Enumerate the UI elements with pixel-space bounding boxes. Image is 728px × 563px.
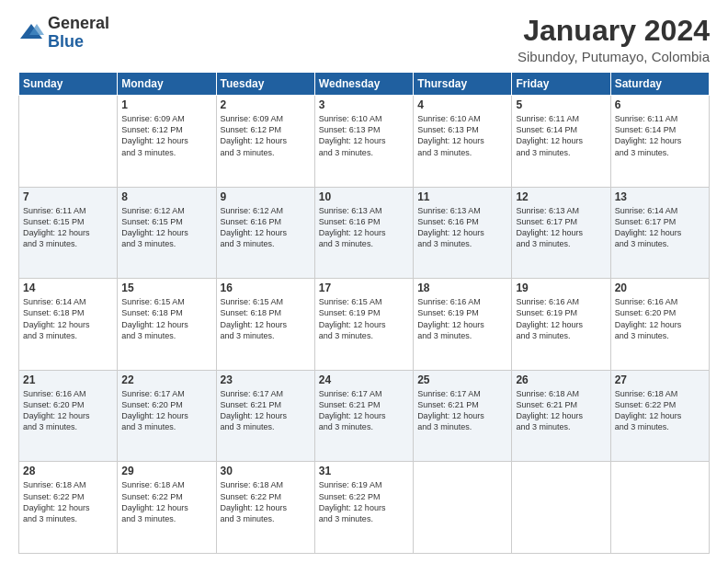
calendar-week-row: 28Sunrise: 6:18 AM Sunset: 6:22 PM Dayli… [19, 462, 710, 554]
day-info: Sunrise: 6:10 AM Sunset: 6:13 PM Dayligh… [417, 113, 507, 158]
calendar-week-row: 1Sunrise: 6:09 AM Sunset: 6:12 PM Daylig… [19, 96, 710, 188]
weekday-header: Sunday [19, 73, 118, 96]
day-number: 17 [319, 282, 409, 294]
calendar-cell: 6Sunrise: 6:11 AM Sunset: 6:14 PM Daylig… [610, 96, 709, 188]
calendar-cell: 11Sunrise: 6:13 AM Sunset: 6:16 PM Dayli… [414, 187, 512, 279]
logo-text: General Blue [48, 15, 109, 52]
calendar-week-row: 14Sunrise: 6:14 AM Sunset: 6:18 PM Dayli… [19, 279, 710, 371]
day-info: Sunrise: 6:14 AM Sunset: 6:18 PM Dayligh… [23, 296, 113, 341]
day-info: Sunrise: 6:12 AM Sunset: 6:16 PM Dayligh… [221, 205, 311, 250]
day-number: 19 [516, 282, 606, 294]
calendar-cell: 10Sunrise: 6:13 AM Sunset: 6:16 PM Dayli… [314, 187, 413, 279]
calendar-cell: 14Sunrise: 6:14 AM Sunset: 6:18 PM Dayli… [19, 279, 118, 371]
calendar-cell: 24Sunrise: 6:17 AM Sunset: 6:21 PM Dayli… [314, 370, 413, 462]
day-number: 29 [121, 465, 211, 477]
day-number: 20 [615, 282, 705, 294]
day-info: Sunrise: 6:15 AM Sunset: 6:18 PM Dayligh… [221, 296, 311, 341]
day-number: 10 [319, 190, 409, 203]
weekday-header: Saturday [610, 73, 709, 96]
title-block: January 2024 Sibundoy, Putumayo, Colombi… [518, 15, 710, 64]
day-number: 22 [121, 373, 211, 386]
day-number: 30 [221, 465, 311, 477]
day-info: Sunrise: 6:16 AM Sunset: 6:19 PM Dayligh… [516, 296, 606, 341]
day-info: Sunrise: 6:13 AM Sunset: 6:16 PM Dayligh… [417, 205, 507, 250]
day-info: Sunrise: 6:09 AM Sunset: 6:12 PM Dayligh… [121, 113, 211, 158]
day-info: Sunrise: 6:16 AM Sunset: 6:20 PM Dayligh… [23, 388, 113, 433]
page: General Blue January 2024 Sibundoy, Putu… [0, 0, 728, 563]
weekday-header: Friday [512, 73, 610, 96]
day-info: Sunrise: 6:17 AM Sunset: 6:21 PM Dayligh… [417, 388, 507, 433]
calendar-cell: 21Sunrise: 6:16 AM Sunset: 6:20 PM Dayli… [19, 370, 118, 462]
calendar-cell [19, 96, 118, 188]
day-info: Sunrise: 6:09 AM Sunset: 6:12 PM Dayligh… [221, 113, 311, 158]
day-info: Sunrise: 6:18 AM Sunset: 6:21 PM Dayligh… [516, 388, 606, 433]
calendar-cell: 2Sunrise: 6:09 AM Sunset: 6:12 PM Daylig… [216, 96, 314, 188]
day-info: Sunrise: 6:18 AM Sunset: 6:22 PM Dayligh… [221, 479, 311, 524]
day-info: Sunrise: 6:17 AM Sunset: 6:21 PM Dayligh… [221, 388, 311, 433]
day-info: Sunrise: 6:18 AM Sunset: 6:22 PM Dayligh… [121, 479, 211, 524]
day-number: 27 [615, 373, 705, 386]
day-number: 21 [23, 373, 113, 386]
day-number: 26 [516, 373, 606, 386]
calendar-cell: 28Sunrise: 6:18 AM Sunset: 6:22 PM Dayli… [19, 462, 118, 554]
calendar-cell: 7Sunrise: 6:11 AM Sunset: 6:15 PM Daylig… [19, 187, 118, 279]
calendar-cell: 27Sunrise: 6:18 AM Sunset: 6:22 PM Dayli… [610, 370, 709, 462]
day-info: Sunrise: 6:11 AM Sunset: 6:14 PM Dayligh… [516, 113, 606, 158]
calendar-cell: 9Sunrise: 6:12 AM Sunset: 6:16 PM Daylig… [216, 187, 314, 279]
calendar-cell: 1Sunrise: 6:09 AM Sunset: 6:12 PM Daylig… [118, 96, 216, 188]
day-info: Sunrise: 6:11 AM Sunset: 6:15 PM Dayligh… [23, 205, 113, 250]
calendar-week-row: 21Sunrise: 6:16 AM Sunset: 6:20 PM Dayli… [19, 370, 710, 462]
calendar-cell: 17Sunrise: 6:15 AM Sunset: 6:19 PM Dayli… [314, 279, 413, 371]
day-number: 6 [615, 98, 705, 111]
day-number: 16 [221, 282, 311, 294]
day-info: Sunrise: 6:11 AM Sunset: 6:14 PM Dayligh… [615, 113, 705, 158]
location-title: Sibundoy, Putumayo, Colombia [518, 49, 710, 64]
day-info: Sunrise: 6:13 AM Sunset: 6:17 PM Dayligh… [516, 205, 606, 250]
weekday-header: Thursday [414, 73, 512, 96]
calendar-cell: 25Sunrise: 6:17 AM Sunset: 6:21 PM Dayli… [414, 370, 512, 462]
calendar-cell [512, 462, 610, 554]
calendar-cell: 26Sunrise: 6:18 AM Sunset: 6:21 PM Dayli… [512, 370, 610, 462]
calendar-cell: 3Sunrise: 6:10 AM Sunset: 6:13 PM Daylig… [314, 96, 413, 188]
day-info: Sunrise: 6:17 AM Sunset: 6:20 PM Dayligh… [121, 388, 211, 433]
calendar-cell: 5Sunrise: 6:11 AM Sunset: 6:14 PM Daylig… [512, 96, 610, 188]
calendar-cell: 22Sunrise: 6:17 AM Sunset: 6:20 PM Dayli… [118, 370, 216, 462]
calendar-cell: 31Sunrise: 6:19 AM Sunset: 6:22 PM Dayli… [314, 462, 413, 554]
day-number: 18 [417, 282, 507, 294]
day-number: 1 [121, 98, 211, 111]
day-info: Sunrise: 6:16 AM Sunset: 6:20 PM Dayligh… [615, 296, 705, 341]
calendar-cell: 4Sunrise: 6:10 AM Sunset: 6:13 PM Daylig… [414, 96, 512, 188]
weekday-header-row: SundayMondayTuesdayWednesdayThursdayFrid… [19, 73, 710, 96]
day-number: 7 [23, 190, 113, 203]
calendar-cell: 30Sunrise: 6:18 AM Sunset: 6:22 PM Dayli… [216, 462, 314, 554]
day-number: 25 [417, 373, 507, 386]
day-info: Sunrise: 6:18 AM Sunset: 6:22 PM Dayligh… [615, 388, 705, 433]
day-info: Sunrise: 6:15 AM Sunset: 6:18 PM Dayligh… [121, 296, 211, 341]
header: General Blue January 2024 Sibundoy, Putu… [18, 15, 710, 64]
day-number: 24 [319, 373, 409, 386]
day-number: 13 [615, 190, 705, 203]
day-number: 12 [516, 190, 606, 203]
day-info: Sunrise: 6:13 AM Sunset: 6:16 PM Dayligh… [319, 205, 409, 250]
day-number: 8 [121, 190, 211, 203]
calendar-cell [610, 462, 709, 554]
day-info: Sunrise: 6:12 AM Sunset: 6:15 PM Dayligh… [121, 205, 211, 250]
logo-icon [18, 20, 44, 46]
day-number: 14 [23, 282, 113, 294]
day-number: 23 [221, 373, 311, 386]
day-number: 2 [221, 98, 311, 111]
calendar-cell: 16Sunrise: 6:15 AM Sunset: 6:18 PM Dayli… [216, 279, 314, 371]
day-info: Sunrise: 6:17 AM Sunset: 6:21 PM Dayligh… [319, 388, 409, 433]
calendar-table: SundayMondayTuesdayWednesdayThursdayFrid… [18, 72, 710, 554]
day-number: 28 [23, 465, 113, 477]
day-number: 11 [417, 190, 507, 203]
calendar-cell: 12Sunrise: 6:13 AM Sunset: 6:17 PM Dayli… [512, 187, 610, 279]
day-info: Sunrise: 6:16 AM Sunset: 6:19 PM Dayligh… [417, 296, 507, 341]
calendar-cell: 20Sunrise: 6:16 AM Sunset: 6:20 PM Dayli… [610, 279, 709, 371]
day-number: 5 [516, 98, 606, 111]
day-info: Sunrise: 6:10 AM Sunset: 6:13 PM Dayligh… [319, 113, 409, 158]
calendar-cell [414, 462, 512, 554]
weekday-header: Wednesday [314, 73, 413, 96]
day-info: Sunrise: 6:15 AM Sunset: 6:19 PM Dayligh… [319, 296, 409, 341]
day-info: Sunrise: 6:14 AM Sunset: 6:17 PM Dayligh… [615, 205, 705, 250]
